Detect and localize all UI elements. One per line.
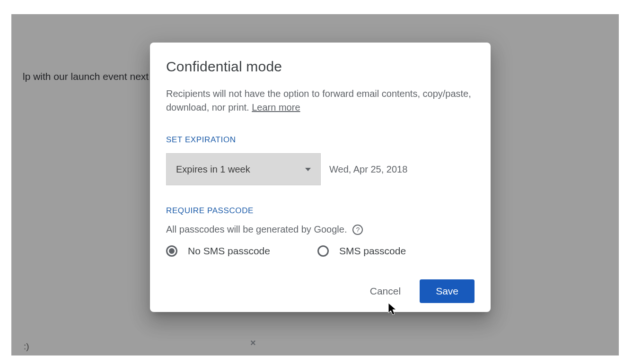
radio-sms-label: SMS passcode [339, 245, 406, 257]
attachment-close-icon[interactable]: × [250, 338, 256, 348]
chevron-down-icon [305, 168, 311, 171]
dialog-button-row: Cancel Save [166, 279, 475, 303]
background-smiley: :) [24, 341, 29, 352]
help-icon[interactable]: ? [352, 225, 363, 235]
save-button[interactable]: Save [420, 279, 475, 303]
passcode-radio-group: No SMS passcode SMS passcode [166, 245, 475, 257]
dialog-title: Confidential mode [166, 59, 475, 75]
radio-no-sms-label: No SMS passcode [188, 245, 270, 257]
expiration-date-text: Wed, Apr 25, 2018 [329, 164, 407, 175]
dialog-description-text: Recipients will not have the option to f… [166, 88, 471, 113]
radio-no-sms-passcode[interactable]: No SMS passcode [166, 245, 270, 257]
confidential-mode-dialog: Confidential mode Recipients will not ha… [150, 43, 491, 312]
learn-more-link[interactable]: Learn more [252, 102, 300, 113]
expiration-dropdown-value: Expires in 1 week [176, 164, 250, 175]
radio-sms-passcode[interactable]: SMS passcode [317, 245, 406, 257]
expiration-row: Expires in 1 week Wed, Apr 25, 2018 [166, 153, 475, 185]
passcode-subtext-row: All passcodes will be generated by Googl… [166, 224, 475, 235]
radio-icon-selected [166, 245, 177, 257]
passcode-subtext: All passcodes will be generated by Googl… [166, 224, 347, 235]
expiration-dropdown[interactable]: Expires in 1 week [166, 153, 321, 185]
radio-icon-unselected [317, 245, 329, 257]
require-passcode-label: REQUIRE PASSCODE [166, 206, 475, 216]
dialog-description: Recipients will not have the option to f… [166, 87, 475, 114]
cancel-button[interactable]: Cancel [368, 282, 403, 301]
set-expiration-label: SET EXPIRATION [166, 135, 475, 145]
